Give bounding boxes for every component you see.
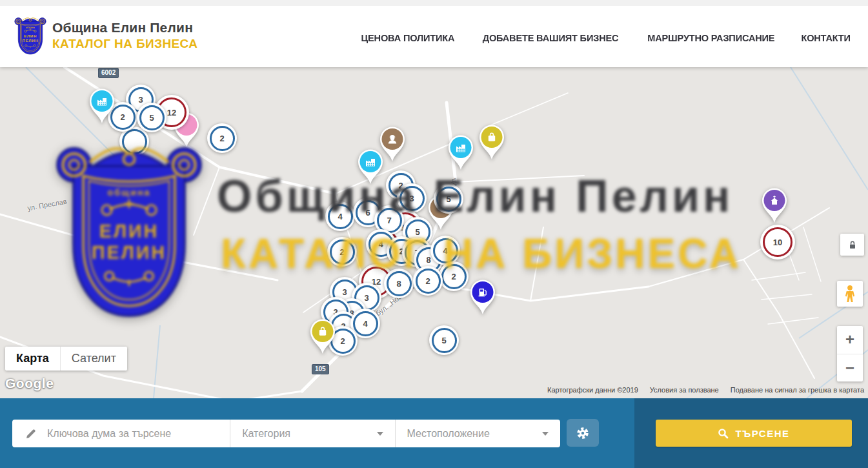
factory-pin[interactable] [444, 131, 478, 174]
keyword-field-wrap [12, 420, 230, 447]
cluster-marker[interactable]: 5 [434, 184, 463, 214]
google-logo[interactable]: Google [5, 376, 54, 391]
cluster-marker[interactable]: 2 [327, 237, 357, 267]
road-badge: 105 [312, 364, 329, 374]
chevron-down-icon [377, 432, 383, 436]
map-attribution: Картографски данни ©2019 Условия за полз… [547, 386, 864, 394]
location-select-value: Местоположение [407, 428, 542, 440]
brand-subtitle: КАТАЛОГ НА БИЗНЕСА [52, 37, 197, 51]
factory-pin[interactable] [85, 85, 119, 127]
nav-pricing[interactable]: ЦЕНОВА ПОЛИТИКА [361, 32, 455, 44]
filter-bar: Категория Местоположение [12, 420, 560, 447]
lock-button[interactable] [840, 234, 864, 256]
advanced-settings-button[interactable] [567, 419, 599, 447]
bag-pin[interactable] [306, 315, 339, 358]
map-canvas[interactable]: ул. Преславбул. „Новоселци6002105 321252… [0, 67, 868, 398]
report-error-link[interactable]: Подаване на сигнал за грешка в картата [731, 386, 864, 394]
page: община ЕЛИН ПЕЛИН Община Елин Пелин КАТА… [0, 0, 868, 468]
zoom-out-button[interactable]: − [837, 354, 863, 382]
map-type-map-button[interactable]: Карта [5, 347, 60, 371]
cluster-marker[interactable]: 2 [439, 261, 469, 291]
pegman-icon [843, 285, 857, 303]
church-pin[interactable] [758, 184, 791, 227]
brand-title: Община Елин Пелин [52, 20, 197, 36]
chevron-down-icon [542, 432, 549, 436]
search-button[interactable]: ТЪРСЕНЕ [656, 420, 852, 447]
fuel-pin[interactable] [466, 276, 500, 318]
search-button-label: ТЪРСЕНЕ [735, 428, 789, 439]
cluster-marker[interactable]: 3 [397, 183, 427, 213]
map-type-control: Карта Сателит [5, 347, 127, 371]
map-type-satellite-button[interactable]: Сателит [60, 347, 127, 371]
gear-icon [575, 425, 590, 441]
factory-pin[interactable] [354, 145, 387, 188]
search-icon [718, 428, 729, 439]
cluster-marker[interactable]: 5 [137, 103, 167, 132]
main-nav: ЦЕНОВА ПОЛИТИКА ДОБАВЕТЕ ВАШИЯТ БИЗНЕС М… [358, 32, 852, 44]
bag-pin[interactable] [475, 121, 509, 163]
cluster-marker[interactable]: 2 [207, 123, 237, 153]
cluster-marker[interactable]: 10 [760, 225, 795, 259]
top-strip [0, 0, 868, 6]
category-select-value: Категория [242, 428, 376, 440]
cluster-marker[interactable]: 8 [384, 269, 414, 298]
lock-icon [847, 239, 858, 250]
nav-route-schedule[interactable]: МАРШРУТНО РАЗПИСАНИЕ [647, 32, 774, 44]
municipality-crest-icon [14, 15, 46, 56]
cluster-marker[interactable]: 5 [429, 325, 459, 355]
pencil-icon [25, 427, 37, 440]
location-select[interactable]: Местоположение [395, 420, 560, 447]
cluster-marker[interactable]: 4 [325, 201, 355, 231]
brand-logo[interactable]: Община Елин Пелин КАТАЛОГ НА БИЗНЕСА [14, 15, 197, 56]
cluster-marker[interactable]: 4 [430, 236, 460, 265]
search-bar: Категория Местоположение ТЪРСЕНЕ [0, 398, 868, 468]
header: Община Елин Пелин КАТАЛОГ НА БИЗНЕСА ЦЕН… [0, 0, 868, 67]
pegman-button[interactable] [837, 281, 863, 307]
map-data-notice: Картографски данни ©2019 [547, 386, 638, 394]
road-badge: 6002 [98, 68, 119, 78]
nav-add-business[interactable]: ДОБАВЕТЕ ВАШИЯТ БИЗНЕС [483, 32, 619, 44]
zoom-control: + − [837, 326, 863, 382]
nav-contacts[interactable]: КОНТАКТИ [801, 32, 850, 44]
keyword-input[interactable] [46, 427, 210, 440]
zoom-in-button[interactable]: + [837, 326, 863, 354]
terms-link[interactable]: Условия за ползване [650, 386, 719, 394]
category-select[interactable]: Категория [230, 420, 394, 447]
cluster-marker[interactable]: 2 [413, 266, 443, 296]
